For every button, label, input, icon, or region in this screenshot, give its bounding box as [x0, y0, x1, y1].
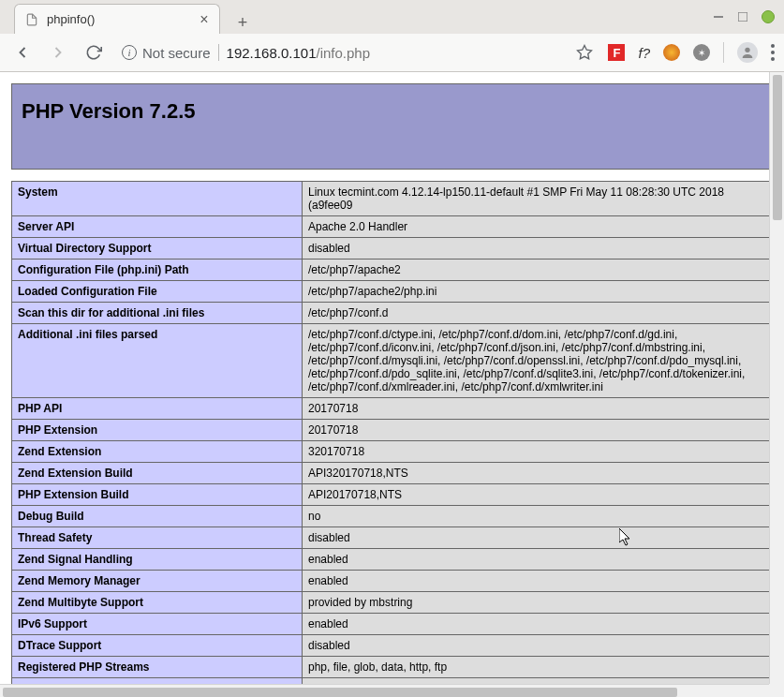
row-label: PHP Extension — [12, 420, 303, 441]
table-row: PHP API20170718 — [12, 398, 773, 420]
browser-tab[interactable]: phpinfo() × — [14, 4, 220, 34]
row-value: 20170718 — [303, 398, 773, 420]
table-row: Zend Extension320170718 — [12, 441, 773, 463]
row-value: API20170718,NTS — [303, 484, 773, 506]
row-value: provided by mbstring — [303, 592, 773, 614]
scrollbar-vertical[interactable] — [769, 72, 784, 684]
row-value: disabled — [303, 635, 773, 657]
scrollbar-h-thumb[interactable] — [3, 688, 677, 697]
row-value: API320170718,NTS — [303, 463, 773, 484]
table-row: Server APIApache 2.0 Handler — [12, 216, 773, 238]
row-value: disabled — [303, 238, 773, 260]
row-label: Zend Multibyte Support — [12, 592, 303, 614]
row-label: Registered PHP Streams — [12, 657, 303, 678]
php-header: PHP Version 7.2.5 — [11, 83, 773, 170]
extension-gray-icon[interactable]: ✶ — [693, 44, 710, 61]
info-icon: i — [122, 45, 137, 60]
forward-button[interactable] — [45, 39, 71, 66]
url-path: /info.php — [316, 45, 370, 61]
row-label: Loaded Configuration File — [12, 281, 303, 303]
table-row: Zend Signal Handlingenabled — [12, 549, 773, 571]
svg-rect-1 — [738, 12, 747, 22]
page-content: PHP Version 7.2.5 SystemLinux tecmint.co… — [0, 72, 784, 684]
row-value: disabled — [303, 527, 773, 549]
row-value: /etc/php7/apache2 — [303, 260, 773, 281]
titlebar: phpinfo() × + — [0, 0, 784, 34]
extension-round-icon[interactable] — [663, 44, 680, 61]
maximize-button[interactable] — [737, 11, 748, 22]
table-row: Zend Extension BuildAPI320170718,NTS — [12, 463, 773, 484]
row-value: 20170718 — [303, 420, 773, 441]
svg-marker-2 — [578, 46, 592, 59]
table-row: IPv6 Supportenabled — [12, 614, 773, 635]
url-text: 192.168.0.101/info.php — [227, 45, 570, 61]
svg-rect-0 — [714, 16, 723, 18]
reload-button[interactable] — [81, 39, 107, 66]
extension-flipboard-icon[interactable]: F — [608, 44, 625, 61]
url-host: 192.168.0.101 — [227, 45, 317, 61]
scroll-corner — [769, 684, 784, 697]
close-tab-icon[interactable]: × — [197, 12, 212, 27]
row-value: /etc/php7/apache2/php.ini — [303, 281, 773, 303]
row-label: Scan this dir for additional .ini files — [12, 303, 303, 324]
table-row: Zend Multibyte Supportprovided by mbstri… — [12, 592, 773, 614]
menu-button[interactable] — [771, 44, 775, 61]
divider — [218, 44, 219, 61]
table-row: Registered PHP Streamsphp, file, glob, d… — [12, 657, 773, 678]
close-window-button[interactable] — [762, 10, 775, 23]
table-row: Zend Memory Managerenabled — [12, 571, 773, 592]
minimize-button[interactable] — [713, 11, 724, 22]
row-label: Virtual Directory Support — [12, 238, 303, 260]
page-title: PHP Version 7.2.5 — [22, 99, 762, 124]
svg-point-3 — [745, 48, 749, 52]
bookmark-star-icon[interactable] — [576, 44, 593, 61]
row-label: Additional .ini files parsed — [12, 324, 303, 398]
table-row: Additional .ini files parsed/etc/php7/co… — [12, 324, 773, 398]
back-button[interactable] — [9, 39, 36, 66]
table-row: DTrace Supportdisabled — [12, 635, 773, 657]
row-label: Zend Extension Build — [12, 463, 303, 484]
security-label: Not secure — [142, 45, 211, 61]
toolbar: i Not secure 192.168.0.101/info.php F f?… — [0, 34, 784, 71]
row-value: Linux tecmint.com 4.12.14-lp150.11-defau… — [303, 182, 773, 216]
table-row: Scan this dir for additional .ini files/… — [12, 303, 773, 324]
address-bar[interactable]: i Not secure 192.168.0.101/info.php — [116, 41, 599, 64]
row-value: /etc/php7/conf.d — [303, 303, 773, 324]
row-value: enabled — [303, 614, 773, 635]
row-value: enabled — [303, 571, 773, 592]
row-label: Debug Build — [12, 506, 303, 527]
browser-chrome: phpinfo() × + i Not secur — [0, 0, 784, 72]
extension-f-icon[interactable]: f? — [638, 45, 650, 61]
table-row: PHP Extension BuildAPI20170718,NTS — [12, 484, 773, 506]
profile-avatar[interactable] — [737, 42, 758, 63]
row-label: PHP API — [12, 398, 303, 420]
tabs-strip: phpinfo() × + — [0, 0, 256, 34]
window-controls — [713, 10, 775, 23]
row-label: Configuration File (php.ini) Path — [12, 260, 303, 281]
separator — [723, 42, 724, 63]
site-security[interactable]: i Not secure — [122, 45, 211, 61]
row-label: Server API — [12, 216, 303, 238]
row-label: PHP Extension Build — [12, 484, 303, 506]
row-value: Apache 2.0 Handler — [303, 216, 773, 238]
row-label: Zend Signal Handling — [12, 549, 303, 571]
row-label: Thread Safety — [12, 527, 303, 549]
page-icon — [24, 12, 39, 27]
row-value: enabled — [303, 549, 773, 571]
table-row: Virtual Directory Supportdisabled — [12, 238, 773, 260]
row-label: Zend Extension — [12, 441, 303, 463]
row-label: IPv6 Support — [12, 614, 303, 635]
table-row: Loaded Configuration File/etc/php7/apach… — [12, 281, 773, 303]
row-value: no — [303, 506, 773, 527]
php-info-table: SystemLinux tecmint.com 4.12.14-lp150.11… — [11, 181, 773, 684]
scrollbar-horizontal[interactable] — [0, 684, 769, 697]
table-row: Configuration File (php.ini) Path/etc/ph… — [12, 260, 773, 281]
new-tab-button[interactable]: + — [229, 11, 256, 34]
row-value: php, file, glob, data, http, ftp — [303, 657, 773, 678]
row-label: DTrace Support — [12, 635, 303, 657]
table-row: PHP Extension20170718 — [12, 420, 773, 441]
toolbar-actions: F f? ✶ — [608, 42, 775, 63]
table-row: Thread Safetydisabled — [12, 527, 773, 549]
scrollbar-v-thumb[interactable] — [773, 75, 782, 220]
tab-title: phpinfo() — [47, 12, 189, 26]
